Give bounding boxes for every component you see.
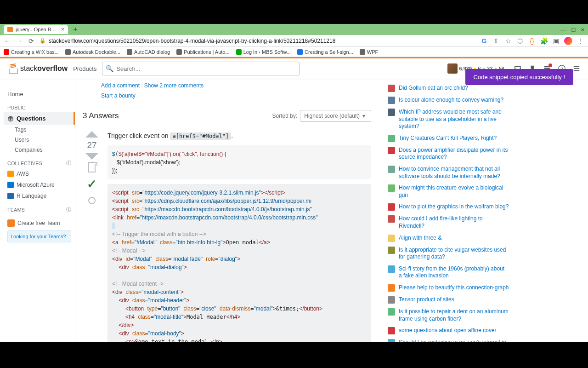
hot-question-link[interactable]: Align with three & — [399, 235, 441, 242]
hot-question-link[interactable]: Tiny Creatures Can't Kill Players, Right… — [399, 135, 497, 142]
hot-question-link[interactable]: Tensor product of sites — [399, 296, 454, 304]
bookmark-item[interactable]: Publications | Auto... — [176, 49, 229, 55]
hot-question-link[interactable]: Please help to beautify this connection-… — [399, 284, 509, 292]
site-icon — [388, 215, 395, 223]
sidebar-azure[interactable]: Microsoft Azure — [4, 179, 75, 190]
hot-question-link[interactable]: How could I add fire-like lighting to Ri… — [399, 215, 509, 230]
hot-question-link[interactable]: Which IP address would be most safe and … — [399, 109, 509, 130]
hot-question-link[interactable]: How might this creature evolve a biologi… — [399, 184, 509, 199]
sidebar-tags[interactable]: Tags — [4, 125, 75, 135]
reload-button[interactable]: ⟳ — [28, 37, 35, 45]
browser-tab[interactable]: jquery - Open Bootstrap 4 Moda... × — [4, 25, 68, 34]
sorted-by-label: Sorted by: — [272, 113, 298, 119]
hot-question[interactable]: Which IP address would be most safe and … — [388, 106, 509, 132]
bookmark-item[interactable]: Creating a WiX bas... — [4, 49, 59, 55]
hot-question[interactable]: How could I add fire-like lighting to Ri… — [388, 213, 509, 232]
sidebar-home[interactable]: Home — [4, 88, 75, 100]
hot-question[interactable]: Tiny Creatures Can't Kill Players, Right… — [388, 132, 509, 144]
hot-question[interactable]: Sci-fi story from the 1960s (probably) a… — [388, 263, 509, 282]
hot-question-link[interactable]: Does a power amplifier dissipate power i… — [399, 147, 509, 161]
hot-question-link[interactable]: Is it appropriate to cite vulgar website… — [399, 247, 509, 261]
sidebar-users[interactable]: Users — [4, 135, 75, 145]
hot-question[interactable]: How to plot the graphics in the wolfram … — [388, 201, 509, 213]
inline-code: a[href$="#Modal"] — [170, 132, 231, 140]
hot-question[interactable]: Please help to beautify this connection-… — [388, 282, 509, 294]
share-icon[interactable]: ⇪ — [492, 37, 500, 45]
star-icon[interactable]: ☆ — [504, 37, 512, 45]
minimize-icon[interactable]: — — [560, 26, 566, 33]
hot-question[interactable]: Should I be restrictive in my son's inte… — [388, 337, 509, 342]
bookmark-item[interactable]: Autodesk Dockable... — [65, 49, 120, 55]
extensions-icon[interactable]: 🧩 — [540, 37, 548, 45]
hot-question-link[interactable]: some questions about open affine cover — [399, 327, 497, 334]
bookmark-item[interactable]: AutoCAD dialog — [127, 49, 170, 55]
hot-question-link[interactable]: Sci-fi story from the 1960s (probably) a… — [399, 265, 509, 280]
new-tab-button[interactable]: + — [71, 25, 80, 34]
close-window-icon[interactable]: × — [581, 26, 584, 33]
hot-question[interactable]: Is it appropriate to cite vulgar website… — [388, 244, 509, 263]
sidebar-aws[interactable]: AWS — [4, 168, 75, 179]
hot-question[interactable]: Is it possible to repair a dent on an al… — [388, 306, 509, 325]
site-icon — [388, 308, 395, 316]
products-menu[interactable]: Products — [73, 65, 96, 72]
site-icon — [388, 265, 395, 273]
looking-teams-banner[interactable]: Looking for your Teams? — [7, 230, 71, 242]
downvote-button[interactable] — [85, 153, 98, 160]
show-more-comments-link[interactable]: Show 2 more comments — [144, 82, 204, 89]
so-logo-icon — [7, 63, 18, 74]
info-icon[interactable]: ⓘ — [66, 160, 71, 167]
hot-question[interactable]: Does a power amplifier dissipate power i… — [388, 144, 509, 163]
maximize-icon[interactable]: □ — [572, 26, 576, 33]
hot-question-link[interactable]: Is colour alone enough to convey warning… — [399, 97, 503, 104]
hot-question[interactable]: How might this creature evolve a biologi… — [388, 182, 509, 201]
profile-avatar[interactable] — [564, 37, 572, 45]
menu-icon[interactable]: ⋮ — [577, 37, 584, 45]
side-panel-icon[interactable]: ▣ — [552, 37, 560, 45]
add-comment-link[interactable]: Add a comment — [101, 82, 140, 89]
hot-question[interactable]: Tensor product of sites — [388, 294, 509, 306]
bookmark-item[interactable]: Log In ‹ MBS Softw... — [236, 49, 291, 55]
create-team-link[interactable]: Create free Team — [7, 219, 71, 227]
sidebar-companies[interactable]: Companies — [4, 145, 75, 155]
bookmark-button[interactable] — [88, 164, 96, 172]
hot-question-link[interactable]: Should I be restrictive in my son's inte… — [399, 339, 509, 342]
search-input[interactable] — [102, 62, 300, 75]
ext-icon-1[interactable]: ⬡ — [516, 37, 524, 45]
site-icon — [388, 135, 395, 142]
site-icon — [388, 235, 395, 242]
lock-icon: 🔒 — [40, 38, 46, 44]
hot-question-link[interactable]: Is it possible to repair a dent on an al… — [399, 308, 509, 322]
bookmark-item[interactable]: Creating a Self-sign... — [297, 49, 353, 55]
hot-question[interactable]: some questions about open affine cover — [388, 325, 509, 337]
forward-button[interactable]: → — [16, 37, 23, 45]
google-icon[interactable]: G — [481, 37, 488, 45]
sidebar-teams-heading: TEAMSⓘ — [4, 201, 75, 215]
start-bounty-link[interactable]: Start a bounty — [101, 92, 136, 99]
site-icon — [388, 184, 395, 192]
info-icon[interactable]: ⓘ — [66, 206, 71, 213]
upvote-button[interactable] — [85, 131, 98, 138]
community-icon[interactable] — [572, 64, 581, 73]
sidebar-questions[interactable]: Questions — [4, 112, 75, 125]
svg-rect-7 — [574, 70, 579, 71]
sort-select[interactable]: Highest score (default) ▾ — [300, 110, 371, 122]
url-field[interactable]: 🔒 stackoverflow.com/questions/50210529/o… — [40, 38, 476, 44]
history-button[interactable] — [88, 197, 96, 204]
bookmark-bar: Creating a WiX bas... Autodesk Dockable.… — [0, 47, 588, 57]
so-logo[interactable]: stackoverflow — [7, 63, 68, 74]
hot-question[interactable]: How to convince management that not all … — [388, 163, 509, 182]
svg-rect-5 — [574, 66, 579, 67]
close-icon[interactable]: × — [61, 26, 64, 33]
url-text: stackoverflow.com/questions/50210529/ope… — [49, 38, 335, 44]
hot-question-link[interactable]: Did Gollum eat an orc child? — [399, 85, 468, 92]
hot-question[interactable]: Is colour alone enough to convey warning… — [388, 94, 509, 106]
bookmark-item[interactable]: WPF — [360, 49, 378, 55]
hot-question-link[interactable]: How to plot the graphics in the wolfram … — [399, 203, 509, 211]
site-icon — [388, 109, 395, 116]
sidebar-rlang[interactable]: R Language — [4, 190, 75, 201]
ext-icon-2[interactable]: {} — [528, 37, 536, 45]
hot-question-link[interactable]: How to convince management that not all … — [399, 166, 509, 180]
hot-question[interactable]: Align with three & — [388, 232, 509, 244]
answer: 27 ✓ Trigger click event on a[href$="#Mo… — [83, 127, 371, 342]
back-button[interactable]: ← — [4, 37, 11, 45]
